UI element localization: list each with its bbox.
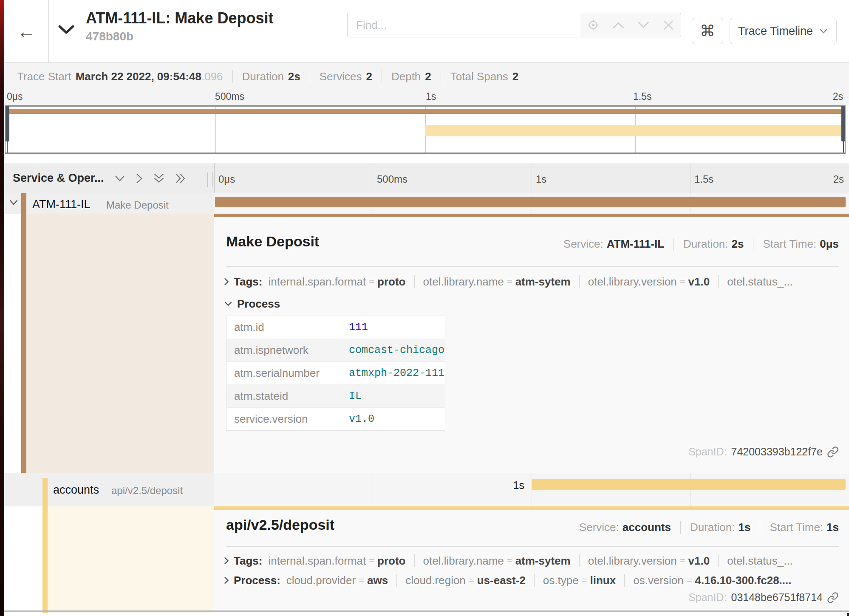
start-time-label: Start Time: <box>763 237 816 251</box>
prev-result-button[interactable] <box>609 16 628 34</box>
find-controls <box>580 13 681 37</box>
jaeger-trace-page: ← ATM-111-IL: Make Deposit 478b80b ⌘ <box>0 0 849 616</box>
services-value: 2 <box>366 70 372 83</box>
divider <box>624 574 625 587</box>
tag-equals: = <box>687 575 692 586</box>
span-accounts-service-name[interactable]: accounts <box>53 483 99 497</box>
span-atm-duration-bar[interactable] <box>215 197 846 207</box>
tag-key: otel.library.version <box>588 275 677 288</box>
link-icon[interactable] <box>827 592 839 604</box>
start-time-label: Start Time: <box>770 521 823 534</box>
back-button[interactable]: ← <box>4 0 49 62</box>
tag-equals: = <box>507 555 512 566</box>
timeline-tick-500ms: 500ms <box>377 173 408 185</box>
depth-value: 2 <box>425 70 431 83</box>
total-spans-value: 2 <box>512 70 518 83</box>
minimap-tick-1s: 1s <box>426 91 436 102</box>
minimap-range-handle-left[interactable] <box>6 106 9 141</box>
divider <box>718 554 719 567</box>
divider <box>226 266 839 267</box>
tag-key: otel.library.name <box>423 554 504 568</box>
column-resize-handle[interactable] <box>207 172 213 187</box>
process-label: Process: <box>234 574 280 587</box>
process-value: comcast-chicago <box>348 339 445 362</box>
timeline-gridline <box>690 473 691 506</box>
double-chevron-down-icon <box>153 173 164 184</box>
service-operation-title: Service & Oper... <box>13 172 104 185</box>
tag-equals: = <box>680 555 685 566</box>
trace-title-block: ATM-111-IL: Make Deposit 478b80b <box>86 9 273 43</box>
span-id-row: SpanID: 742003393b122f7e <box>688 446 839 458</box>
span-accounts-duration-bar[interactable] <box>532 479 846 490</box>
timeline-tick-2s: 2s <box>833 173 844 185</box>
chevron-right-icon <box>224 277 229 286</box>
divider <box>382 70 382 83</box>
chevron-right-icon <box>224 576 229 585</box>
divider <box>579 554 580 567</box>
tag-key: internal.span.format <box>268 275 366 288</box>
timeline-gridline <box>373 473 373 506</box>
crosshair-icon <box>586 18 600 32</box>
divider <box>534 574 535 587</box>
depth-label: Depth <box>391 70 421 83</box>
process-key: atm.ispnetwork <box>226 339 349 362</box>
match-highlight-button[interactable] <box>584 16 603 34</box>
process-key: atm.stateid <box>226 385 349 408</box>
clear-search-button[interactable] <box>659 16 678 34</box>
tag-equals: = <box>680 276 685 287</box>
process-key: service.version <box>226 408 349 431</box>
tags-toggle-row[interactable]: Tags: internal.span.format=proto otel.li… <box>224 272 793 291</box>
timeline-tick-1-5s: 1.5s <box>694 173 713 185</box>
trace-id: 478b80b <box>86 30 273 43</box>
minimap-canvas[interactable] <box>5 105 846 154</box>
tag-key: cloud.provider <box>286 574 356 587</box>
chevron-down-icon <box>8 199 19 206</box>
span-detail-meta: Service: ATM-111-IL Duration: 2s Start T… <box>563 237 839 251</box>
minimap-range-handle-right[interactable] <box>841 106 845 141</box>
trace-view-selector[interactable]: Trace Timeline <box>730 18 837 44</box>
collapse-span-atm-chevron[interactable] <box>8 199 19 208</box>
tag-key: otel.status_... <box>727 275 793 288</box>
link-icon[interactable] <box>827 446 839 458</box>
chevron-down-icon <box>637 21 650 29</box>
tag-key: otel.library.name <box>423 275 504 288</box>
span-detail-title: Make Deposit <box>226 233 319 250</box>
span-accounts-detail-card: api/v2.5/deposit Service: accounts Durat… <box>214 510 849 613</box>
duration-label: Duration: <box>690 521 735 534</box>
service-operation-header: Service & Oper... <box>13 163 186 193</box>
keyboard-shortcuts-button[interactable]: ⌘ <box>692 18 723 44</box>
span-atm-service-name[interactable]: ATM-111-IL <box>32 198 91 211</box>
collapse-trace-header-chevron[interactable] <box>58 24 75 37</box>
divider <box>226 546 839 547</box>
tag-value: atm-sytem <box>515 275 571 288</box>
tag-value: linux <box>590 574 616 587</box>
expand-all-button[interactable] <box>175 173 186 184</box>
trace-start-label: Trace Start <box>17 70 71 83</box>
minimap-range-line-right <box>843 141 844 153</box>
process-toggle-row[interactable]: Process: cloud.provider=aws cloud.region… <box>224 571 792 590</box>
timeline-tick-0us: 0μs <box>218 173 235 185</box>
process-toggle-row[interactable]: Process <box>224 294 286 313</box>
timeline-header-row: Service & Oper... 0μs 500ms 1s 1.5s 2s <box>4 163 849 194</box>
collapse-all-button[interactable] <box>153 173 164 184</box>
tag-value: v1.0 <box>688 275 710 288</box>
expand-one-button[interactable] <box>136 173 143 184</box>
tag-key: otel.library.version <box>588 554 677 568</box>
span-atm-detail-indent <box>26 214 214 473</box>
tags-toggle-row[interactable]: Tags: internal.span.format=proto otel.li… <box>224 551 793 570</box>
process-table: atm.id111 atm.ispnetworkcomcast-chicago … <box>226 316 445 431</box>
column-border <box>214 163 215 193</box>
tag-key: internal.span.format <box>268 554 366 568</box>
divider <box>396 574 397 587</box>
minimap-span-bar-accounts <box>425 125 844 136</box>
back-arrow-icon: ← <box>17 21 36 42</box>
collapse-one-button[interactable] <box>114 175 125 182</box>
find-input[interactable] <box>347 13 581 37</box>
divider <box>579 275 580 288</box>
minimap-tick-2s: 2s <box>833 91 843 102</box>
span-accounts-detail-indent <box>48 506 214 613</box>
tag-key: otel.status_... <box>727 554 793 568</box>
timeline-tick-1s: 1s <box>536 173 546 185</box>
services-label: Services <box>320 70 362 83</box>
next-result-button[interactable] <box>634 16 653 34</box>
